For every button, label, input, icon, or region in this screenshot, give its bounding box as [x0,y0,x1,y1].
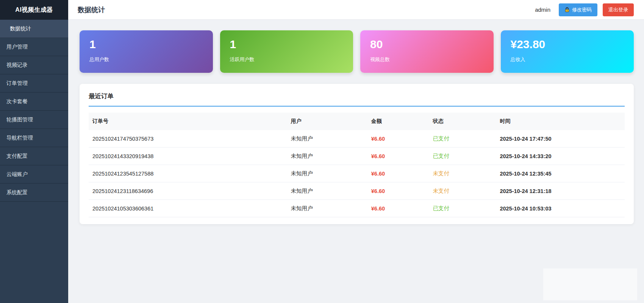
order-status-cell: 已支付 [429,130,496,148]
logout-button[interactable]: 退出登录 [603,3,634,16]
main-content: 1总用户数1活跃用户数80视频总数¥23.80总收入 最近订单 订单号用户金额状… [68,20,644,303]
lock-icon [564,7,570,13]
sidebar-item-label: 数据统计 [10,25,31,32]
order-amount-cell: ¥6.60 [367,165,429,182]
sidebar-item[interactable]: 数据统计 [0,20,68,38]
order-status-cell: 未支付 [429,182,496,200]
sidebar-item[interactable]: 轮播图管理 [0,111,68,129]
app-logo: AI视频生成器 [0,0,68,20]
order-user-cell: 未知用户 [287,165,367,182]
order-time-cell: 2025-10-24 17:47:50 [496,130,625,148]
table-row: 20251024123118634696未知用户¥6.60未支付2025-10-… [89,182,625,200]
order-id-cell: 20251024174750375673 [89,130,287,148]
change-password-label: 修改密码 [572,6,592,13]
order-user-cell: 未知用户 [287,200,367,217]
table-row: 20251024143320919438未知用户¥6.60已支付2025-10-… [89,148,625,165]
stat-cards-row: 1总用户数1活跃用户数80视频总数¥23.80总收入 [80,30,634,73]
table-row: 20251024123545127588未知用户¥6.60未支付2025-10-… [89,165,625,182]
sidebar-item[interactable]: 云端账户 [0,165,68,184]
order-time-cell: 2025-10-24 12:35:45 [496,165,625,182]
sidebar-item-label: 系统配置 [6,189,28,196]
stat-card-label: 活跃用户数 [230,56,344,63]
page-title: 数据统计 [78,5,105,14]
orders-column-header: 金额 [367,113,429,130]
sidebar: AI视频生成器 数据统计用户管理视频记录订单管理次卡套餐轮播图管理导航栏管理支付… [0,0,68,303]
sidebar-item-label: 次卡套餐 [6,98,28,105]
sidebar-item[interactable]: 导航栏管理 [0,129,68,147]
table-row: 20251024174750375673未知用户¥6.60已支付2025-10-… [89,130,625,148]
stat-card-label: 视频总数 [370,56,484,63]
sidebar-item-label: 轮播图管理 [6,116,33,123]
order-id-cell: 20251024143320919438 [89,148,287,165]
order-status-cell: 已支付 [429,200,496,217]
order-amount-cell: ¥6.60 [367,148,429,165]
order-amount-cell: ¥6.60 [367,130,429,148]
sidebar-item[interactable]: 系统配置 [0,184,68,202]
username-label: admin [535,6,550,13]
order-amount-cell: ¥6.60 [367,200,429,217]
header: 数据统计 admin 修改密码 退出登录 [68,0,644,20]
order-status-cell: 已支付 [429,148,496,165]
stat-card: 1总用户数 [80,30,213,73]
stat-card: 1活跃用户数 [220,30,353,73]
orders-column-header: 订单号 [89,113,287,130]
stat-card-value: 1 [89,38,203,51]
change-password-button[interactable]: 修改密码 [559,3,597,16]
stat-card-label: 总收入 [511,56,624,63]
orders-table: 订单号用户金额状态时间 20251024174750375673未知用户¥6.6… [89,113,625,217]
order-id-cell: 20251024105303606361 [89,200,287,217]
order-user-cell: 未知用户 [287,148,367,165]
sidebar-item-label: 云端账户 [6,171,28,178]
sidebar-item[interactable]: 支付配置 [0,147,68,165]
order-time-cell: 2025-10-24 12:31:18 [496,182,625,200]
orders-column-header: 状态 [429,113,496,130]
order-time-cell: 2025-10-24 14:33:20 [496,148,625,165]
stat-card-value: 1 [230,38,344,51]
sidebar-item[interactable]: 次卡套餐 [0,93,68,111]
sidebar-item-label: 视频记录 [6,62,28,69]
order-amount-cell: ¥6.60 [367,182,429,200]
orders-column-header: 用户 [287,113,367,130]
recent-orders-card: 最近订单 订单号用户金额状态时间 20251024174750375673未知用… [80,84,634,224]
table-row: 20251024105303606361未知用户¥6.60已支付2025-10-… [89,200,625,217]
sidebar-item[interactable]: 订单管理 [0,74,68,93]
recent-orders-title: 最近订单 [89,92,625,107]
order-id-cell: 20251024123545127588 [89,165,287,182]
order-id-cell: 20251024123118634696 [89,182,287,200]
stat-card-value: ¥23.80 [511,38,624,51]
order-status-cell: 未支付 [429,165,496,182]
sidebar-item-label: 支付配置 [6,153,28,160]
sidebar-item-label: 订单管理 [6,80,28,87]
order-user-cell: 未知用户 [287,130,367,148]
order-user-cell: 未知用户 [287,182,367,200]
stat-card-value: 80 [370,38,484,51]
order-time-cell: 2025-10-24 10:53:03 [496,200,625,217]
sidebar-menu: 数据统计用户管理视频记录订单管理次卡套餐轮播图管理导航栏管理支付配置云端账户系统… [0,20,68,202]
orders-column-header: 时间 [496,113,625,130]
orders-table-header-row: 订单号用户金额状态时间 [89,113,625,130]
stat-card-label: 总用户数 [89,56,203,63]
sidebar-item[interactable]: 视频记录 [0,56,68,74]
stat-card: ¥23.80总收入 [501,30,634,73]
stat-card: 80视频总数 [360,30,494,73]
logout-label: 退出登录 [608,6,628,13]
sidebar-item[interactable]: 用户管理 [0,38,68,56]
sidebar-item-label: 导航栏管理 [6,135,33,141]
header-actions: admin 修改密码 退出登录 [535,3,634,16]
sidebar-item-label: 用户管理 [6,44,28,50]
